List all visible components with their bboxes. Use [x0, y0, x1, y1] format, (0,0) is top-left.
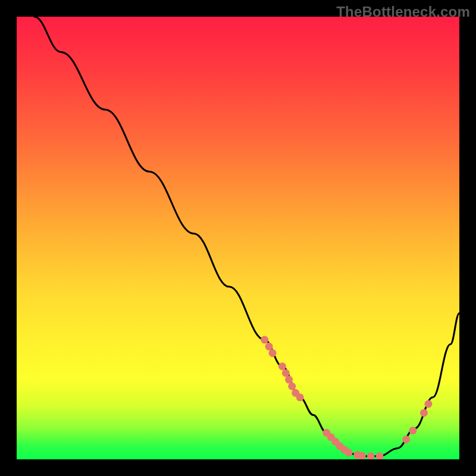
data-point	[420, 409, 428, 416]
data-point	[345, 449, 353, 456]
data-point	[265, 343, 273, 350]
data-point	[367, 452, 375, 459]
bottleneck-curve	[35, 17, 459, 456]
data-point	[296, 393, 304, 401]
data-point	[269, 349, 277, 357]
data-point	[278, 362, 286, 370]
data-point	[358, 452, 366, 459]
data-point	[285, 376, 293, 384]
data-point	[424, 400, 432, 408]
data-point	[261, 336, 268, 344]
chart-svg	[17, 17, 459, 459]
data-point	[402, 436, 410, 443]
data-point	[282, 369, 290, 377]
data-point	[376, 452, 384, 459]
data-point	[409, 427, 416, 434]
data-point	[288, 383, 296, 390]
chart-gradient-area	[17, 17, 459, 459]
watermark-label: TheBottleneck.com	[336, 4, 470, 20]
